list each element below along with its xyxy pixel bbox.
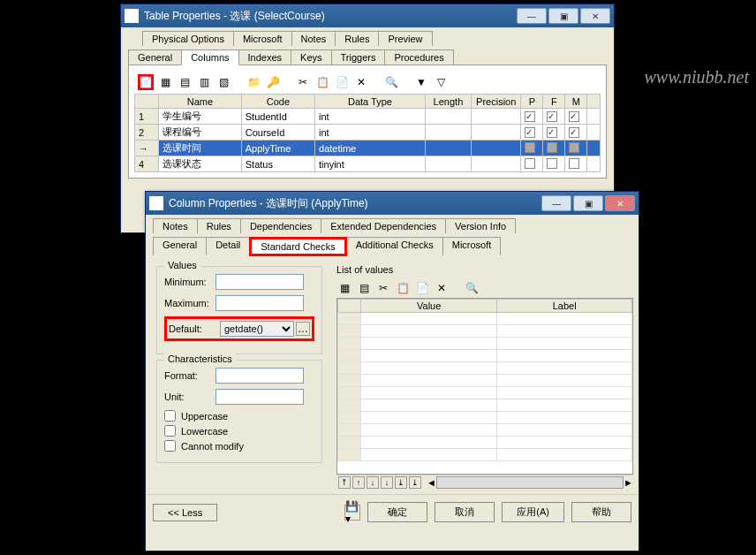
tab-general[interactable]: General [153,237,207,255]
values-grid[interactable]: Value Label [336,298,633,475]
nav-left-icon[interactable]: ↓ [381,476,393,489]
tab-detail[interactable]: Detail [206,237,250,255]
cell-code[interactable]: Status [241,156,314,172]
col-precision[interactable]: Precision [471,95,520,109]
maximize-button[interactable]: ▣ [573,195,603,211]
lowercase-checkbox[interactable] [164,425,176,437]
uppercase-row[interactable]: Uppercase [164,410,314,422]
save-dropdown-icon[interactable]: 💾▾ [344,505,360,521]
ok-button[interactable]: 确定 [367,502,427,522]
cell-prec[interactable] [471,109,520,125]
delete-icon[interactable]: ✕ [434,280,450,296]
nav-down-icon[interactable]: ↓ [367,476,379,489]
values-row[interactable] [338,375,632,387]
new-icon[interactable]: ▦ [336,280,352,296]
scroll-left-icon[interactable]: ◄ [427,477,436,488]
table-row-selected[interactable]: → 选课时间 ApplyTime datetime [135,141,601,156]
tab-microsoft[interactable]: Microsoft [233,31,292,46]
tab-rules[interactable]: Rules [335,31,379,46]
col-m[interactable]: M [565,95,587,109]
format-input[interactable] [215,368,304,384]
values-row[interactable] [338,387,632,399]
nav-last-icon[interactable]: ⤓ [409,476,421,489]
key-icon[interactable]: 🔑 [265,74,281,90]
col-rownum[interactable] [135,95,159,109]
cell-name[interactable]: 选课时间 [159,141,242,156]
values-row[interactable] [338,313,632,325]
paste-icon[interactable]: 📄 [334,74,350,90]
cell-prec[interactable] [471,141,520,156]
minimize-button[interactable]: — [517,8,547,24]
cell-len[interactable] [425,109,471,125]
cell-code[interactable]: ApplyTime [241,141,314,156]
col-name[interactable]: Name [159,95,242,109]
apply-button[interactable]: 应用(A) [502,502,564,522]
titlebar[interactable]: Table Properties - 选课 (SelectCourse) — ▣… [121,4,614,27]
cell-type[interactable]: int [315,125,426,141]
cell-code[interactable]: StudentId [241,109,314,125]
cell-p[interactable] [521,141,543,156]
values-row[interactable] [338,437,632,449]
folder-icon[interactable]: 📁 [246,74,261,90]
titlebar[interactable]: Column Properties - 选课时间 (ApplyTime) — ▣… [146,192,639,215]
nav-first-icon[interactable]: ⤒ [338,476,351,489]
minimum-input[interactable] [215,274,304,290]
values-row[interactable] [338,350,632,362]
grid3-icon[interactable]: ▧ [215,74,231,90]
cell-f[interactable] [543,125,565,141]
cell-p[interactable] [521,109,543,125]
tab-general[interactable]: General [128,49,182,65]
tab-triggers[interactable]: Triggers [331,49,386,65]
tab-notes[interactable]: Notes [153,218,198,233]
tab-columns[interactable]: Columns [181,49,238,65]
grid-icon[interactable]: ▦ [157,74,173,90]
tab-preview[interactable]: Preview [378,31,432,46]
insert-icon[interactable]: ▤ [177,74,193,90]
scroll-right-icon[interactable]: ► [624,477,633,488]
tab-microsoft[interactable]: Microsoft [442,237,502,255]
cell-prec[interactable] [471,125,520,141]
tab-version-info[interactable]: Version Info [445,218,516,233]
cell-len[interactable] [425,156,471,172]
table-row[interactable]: 4 选课状态 Status tinyint [135,156,601,172]
values-row[interactable] [338,412,632,424]
lowercase-row[interactable]: Lowercase [164,425,314,437]
tab-standard-checks[interactable]: Standard Checks [249,237,346,256]
minimize-button[interactable]: — [541,195,571,211]
values-row[interactable] [338,338,632,350]
delete-icon[interactable]: ✕ [353,74,369,90]
cut-icon[interactable]: ✂ [295,74,311,90]
help-button[interactable]: 帮助 [571,502,631,522]
cell-f[interactable] [543,109,565,125]
uppercase-checkbox[interactable] [164,410,176,422]
cell-m[interactable] [565,109,587,125]
close-button[interactable]: ✕ [580,8,610,24]
filter-icon[interactable]: ▼ [413,74,429,90]
add-column-icon[interactable]: 📄 [138,74,154,90]
grid2-icon[interactable]: ▥ [196,74,212,90]
scrollbar-horizontal[interactable] [436,476,624,489]
cell-type[interactable]: tinyint [315,156,426,172]
tab-physical-options[interactable]: Physical Options [142,31,234,46]
unit-input[interactable] [215,389,304,405]
cut-icon[interactable]: ✂ [375,280,391,296]
maximize-button[interactable]: ▣ [548,8,578,24]
col-p[interactable]: P [521,95,543,109]
cell-type[interactable]: int [315,109,426,125]
cell-f[interactable] [543,141,565,156]
find-icon[interactable]: 🔍 [383,74,399,90]
tab-procedures[interactable]: Procedures [384,49,453,65]
less-button[interactable]: << Less [153,504,217,521]
cell-len[interactable] [425,125,471,141]
col-length[interactable]: Length [425,95,471,109]
cell-prec[interactable] [471,156,520,172]
tab-keys[interactable]: Keys [291,49,331,65]
copy-icon[interactable]: 📋 [314,74,330,90]
cell-m[interactable] [565,125,587,141]
copy-icon[interactable]: 📋 [395,280,411,296]
cell-name[interactable]: 选课状态 [159,156,242,172]
values-row[interactable] [338,362,632,375]
cell-m[interactable] [565,156,587,172]
close-button[interactable]: ✕ [605,195,635,211]
columns-grid[interactable]: Name Code Data Type Length Precision P F… [134,94,601,172]
